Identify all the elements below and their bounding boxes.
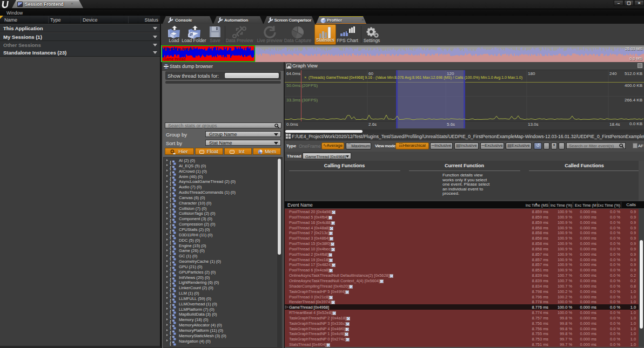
svg-text:25.03 MS: 25.03 MS [625, 46, 642, 51]
svg-text:13.0s: 13.0s [528, 122, 539, 127]
svg-text:18.4s: 18.4s [609, 122, 620, 127]
svg-text:240: 240 [609, 71, 617, 76]
svg-text:{: { [170, 341, 171, 346]
svg-text:64.0ms: 64.0ms [286, 71, 300, 76]
svg-text:Game thread: Game thread [163, 57, 185, 61]
svg-text:0.0 KB: 0.0 KB [629, 121, 642, 126]
svg-text:Rendering thread: Rendering thread [163, 47, 192, 51]
svg-text:180: 180 [528, 71, 535, 76]
svg-text:0.0ms: 0.0ms [286, 122, 298, 127]
svg-text:512.0 KB: 512.0 KB [625, 71, 642, 76]
svg-text:5.6s: 5.6s [447, 122, 455, 127]
svg-text:33.3ms (30FPS): 33.3ms (30FPS) [286, 98, 318, 103]
svg-text:2.6s: 2.6s [368, 122, 377, 127]
svg-text:×: × [304, 75, 306, 80]
svg-text:400.0 KB: 400.0 KB [625, 83, 642, 88]
svg-text:50.0ms (20FPS): 50.0ms (20FPS) [286, 83, 318, 88]
svg-text:266.4 KB: 266.4 KB [625, 98, 642, 103]
svg-text:0.0 MS: 0.0 MS [629, 56, 642, 61]
svg-text:(Threads) GameThread [0x4968]: (Threads) GameThread [0x4968] 9.16 - (Va… [308, 76, 522, 80]
